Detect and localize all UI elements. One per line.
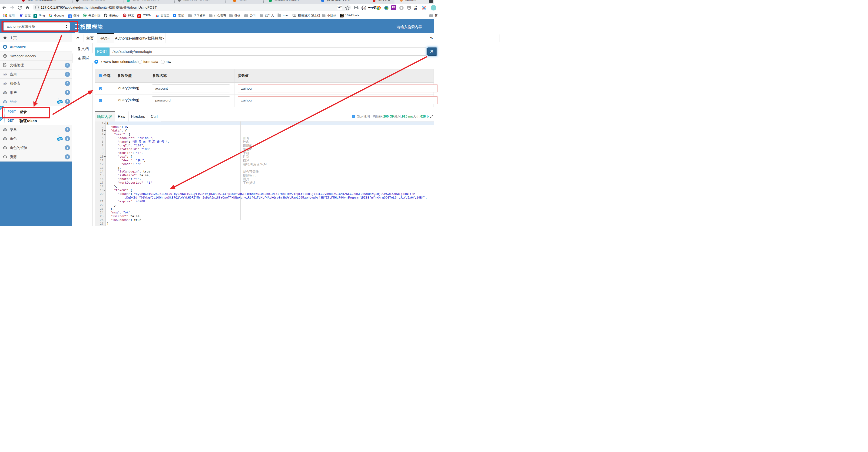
svg-text:API: API xyxy=(4,92,6,93)
svg-text:API: API xyxy=(4,139,6,140)
svg-text:API: API xyxy=(4,129,6,130)
svg-text:du: du xyxy=(21,16,22,17)
svg-text:API: API xyxy=(4,101,6,103)
svg-text:API: API xyxy=(4,147,6,149)
svg-text:API: API xyxy=(4,157,6,158)
svg-text:API: API xyxy=(4,83,6,84)
svg-text:A: A xyxy=(5,54,5,55)
svg-text:{...}: {...} xyxy=(362,7,365,9)
svg-text:API: API xyxy=(4,74,6,75)
